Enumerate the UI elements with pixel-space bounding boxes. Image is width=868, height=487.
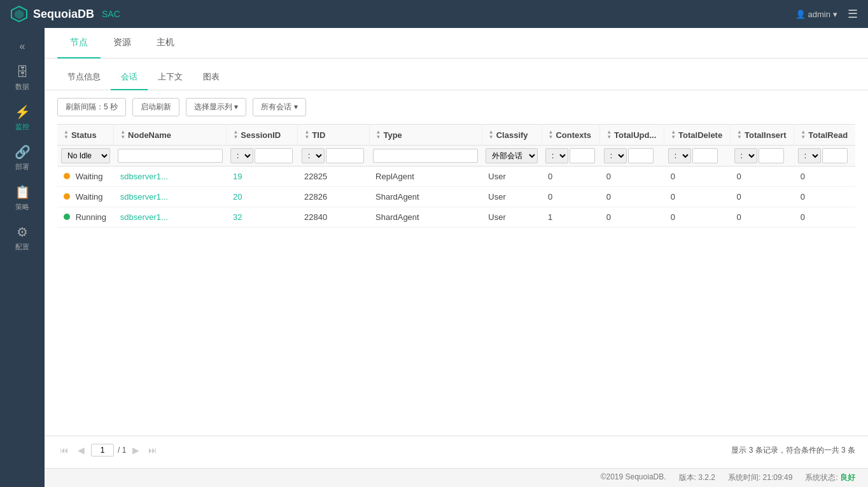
- sidebar-label-deploy: 部署: [15, 162, 29, 172]
- sort-totalinsert-icon[interactable]: ▲▼: [737, 130, 742, 140]
- sessions-table: ▲▼ Status ▲▼ NodeName ▲▼: [57, 124, 855, 228]
- sessionid-link-1[interactable]: 20: [233, 192, 242, 202]
- cell-totalinsert-1: 0: [731, 187, 794, 207]
- th-totalread: ▲▼ TotalRead: [794, 125, 855, 146]
- sort-status-icon[interactable]: ▲▼: [64, 130, 69, 140]
- filter-status-select[interactable]: No Idle: [61, 148, 110, 163]
- sub-tab-chart[interactable]: 图表: [193, 65, 230, 90]
- page-number-input[interactable]: [91, 444, 114, 456]
- sessionid-link-0[interactable]: 19: [233, 172, 242, 181]
- brand-name: SequoiaDB: [33, 8, 94, 21]
- start-refresh-label: 启动刷新: [141, 102, 171, 111]
- hamburger-icon[interactable]: ☰: [848, 7, 858, 21]
- cell-classify-1: User: [482, 187, 542, 207]
- filter-sessionid-cell: :: [227, 146, 298, 167]
- filter-totalinsert-input[interactable]: [759, 148, 784, 163]
- footer-status-value: 良好: [840, 473, 855, 482]
- filter-tid-op[interactable]: :: [302, 148, 325, 163]
- sidebar-label-data: 数据: [15, 82, 29, 92]
- filter-totalinsert-op[interactable]: :: [734, 148, 757, 163]
- filter-contexts-op[interactable]: :: [545, 148, 568, 163]
- sort-contexts-icon[interactable]: ▲▼: [549, 130, 554, 140]
- filter-sessionid-input[interactable]: [255, 148, 293, 163]
- select-columns-button[interactable]: 选择显示列 ▾: [186, 98, 246, 116]
- th-sessionid: ▲▼ SessionID: [227, 125, 298, 146]
- sub-tab-context[interactable]: 上下文: [148, 65, 193, 90]
- filter-totalupd-op[interactable]: :: [604, 148, 627, 163]
- filter-totaldelete-op[interactable]: :: [668, 148, 691, 163]
- status-dot-2: [64, 214, 70, 220]
- tab-nodes[interactable]: 节点: [57, 28, 101, 58]
- th-status: ▲▼ Status: [57, 125, 114, 146]
- total-pages-label: / 1: [118, 446, 126, 455]
- table-row: Waiting sdbserver1... 19 22825 ReplAgent…: [57, 167, 855, 187]
- toggle-icon: «: [20, 41, 25, 51]
- sort-classify-icon[interactable]: ▲▼: [489, 130, 494, 140]
- start-refresh-button[interactable]: 启动刷新: [132, 98, 179, 116]
- filter-totalupd-input[interactable]: [628, 148, 654, 163]
- filter-sessionid-op[interactable]: :: [230, 148, 253, 163]
- brand-sac: SAC: [102, 9, 120, 19]
- cell-nodename-2: sdbserver1...: [114, 207, 227, 228]
- th-totalinsert: ▲▼ TotalInsert: [731, 125, 794, 146]
- cell-totalinsert-2: 0: [731, 207, 794, 228]
- sub-tab-session[interactable]: 会话: [111, 65, 148, 90]
- nodename-link-1[interactable]: sdbserver1...: [120, 192, 168, 202]
- admin-arrow: ▾: [833, 10, 837, 19]
- prev-page-button[interactable]: ◀: [75, 444, 87, 456]
- filter-totalread-op[interactable]: :: [798, 148, 821, 163]
- cell-totalread-2: 0: [794, 207, 855, 228]
- sidebar-item-monitor[interactable]: ⚡ 监控: [0, 98, 45, 138]
- filter-classify-select[interactable]: 外部会话: [486, 148, 538, 163]
- next-page-button[interactable]: ▶: [130, 444, 142, 456]
- tab-resources[interactable]: 资源: [101, 28, 144, 58]
- status-dot-1: [64, 193, 70, 200]
- page-controls: ⏮ ◀ / 1 ▶ ⏭: [57, 444, 160, 456]
- admin-button[interactable]: 👤 admin ▾: [795, 10, 837, 19]
- th-classify: ▲▼ Classify: [482, 125, 542, 146]
- sort-nodename-icon[interactable]: ▲▼: [120, 130, 125, 140]
- cell-contexts-1: 0: [542, 187, 600, 207]
- sort-totaldelete-icon[interactable]: ▲▼: [671, 130, 676, 140]
- sub-tab-node-info[interactable]: 节点信息: [57, 65, 111, 90]
- pagination-summary: 显示 3 条记录，符合条件的一共 3 条: [731, 445, 855, 456]
- status-dot-0: [64, 173, 70, 179]
- filter-tid-input[interactable]: [326, 148, 364, 163]
- footer: ©2019 SequoiaDB. 版本: 3.2.2 系统时间: 21:09:4…: [45, 468, 868, 487]
- sort-totalread-icon[interactable]: ▲▼: [801, 130, 806, 140]
- sidebar-item-config[interactable]: ⚙ 配置: [0, 218, 45, 258]
- first-page-button[interactable]: ⏮: [57, 444, 71, 456]
- nodename-link-0[interactable]: sdbserver1...: [120, 172, 168, 181]
- last-page-button[interactable]: ⏭: [146, 444, 160, 456]
- cell-totaldelete-0: 0: [664, 167, 731, 187]
- sort-sessionid-icon[interactable]: ▲▼: [233, 130, 238, 140]
- sidebar-item-policy[interactable]: 📋 策略: [0, 178, 45, 218]
- cell-tid-2: 22840: [298, 207, 369, 228]
- sessionid-link-2[interactable]: 32: [233, 212, 242, 222]
- monitor-icon: ⚡: [15, 104, 31, 120]
- logo-icon: [10, 5, 28, 23]
- filter-totaldelete-input[interactable]: [692, 148, 718, 163]
- tab-hosts[interactable]: 主机: [144, 28, 187, 58]
- all-sessions-button[interactable]: 所有会话 ▾: [253, 98, 305, 116]
- sort-type-icon[interactable]: ▲▼: [376, 130, 381, 140]
- th-contexts: ▲▼ Contexts: [542, 125, 600, 146]
- filter-type-input[interactable]: [373, 149, 478, 163]
- filter-totalinsert-cell: :: [731, 146, 794, 167]
- sidebar-label-monitor: 监控: [15, 122, 29, 132]
- user-icon: 👤: [795, 10, 806, 19]
- sort-totalupd-icon[interactable]: ▲▼: [606, 130, 612, 140]
- filter-nodename-input[interactable]: [118, 149, 223, 163]
- sidebar-item-data[interactable]: 🗄 数据: [0, 58, 45, 98]
- cell-totalupd-1: 0: [600, 187, 664, 207]
- top-nav: SequoiaDB SAC 👤 admin ▾ ☰: [0, 0, 868, 28]
- sidebar-item-deploy[interactable]: 🔗 部署: [0, 138, 45, 178]
- filter-contexts-input[interactable]: [570, 148, 595, 163]
- refresh-interval-button[interactable]: 刷新间隔：5 秒: [57, 98, 126, 116]
- nodename-link-2[interactable]: sdbserver1...: [120, 212, 168, 222]
- filter-totalread-input[interactable]: [822, 148, 848, 163]
- sort-tid-icon[interactable]: ▲▼: [304, 130, 309, 140]
- table-row: Waiting sdbserver1... 20 22826 ShardAgen…: [57, 187, 855, 207]
- sidebar-toggle[interactable]: «: [20, 34, 25, 58]
- filter-tid-cell: :: [298, 146, 369, 167]
